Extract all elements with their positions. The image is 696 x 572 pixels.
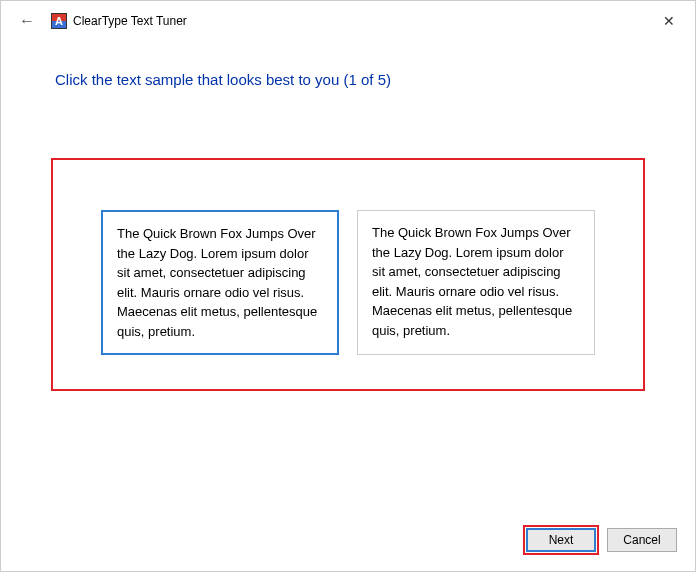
cancel-button[interactable]: Cancel: [607, 528, 677, 552]
text-sample-1[interactable]: The Quick Brown Fox Jumps Over the Lazy …: [101, 210, 339, 355]
samples-highlight-box: The Quick Brown Fox Jumps Over the Lazy …: [51, 158, 645, 391]
back-arrow-icon[interactable]: ←: [11, 8, 43, 34]
text-sample-2-content: The Quick Brown Fox Jumps Over the Lazy …: [372, 225, 572, 338]
close-icon[interactable]: ✕: [653, 9, 685, 33]
next-button[interactable]: Next: [526, 528, 596, 552]
page-heading: Click the text sample that looks best to…: [55, 71, 645, 88]
next-highlight-box: Next: [523, 525, 599, 555]
titlebar: ← A ClearType Text Tuner ✕: [1, 1, 695, 41]
text-sample-2[interactable]: The Quick Brown Fox Jumps Over the Lazy …: [357, 210, 595, 355]
content-area: Click the text sample that looks best to…: [1, 41, 695, 411]
footer-buttons: Next Cancel: [523, 525, 677, 555]
app-icon: A: [51, 13, 67, 29]
window-title: ClearType Text Tuner: [73, 14, 187, 28]
text-sample-1-content: The Quick Brown Fox Jumps Over the Lazy …: [117, 226, 317, 339]
